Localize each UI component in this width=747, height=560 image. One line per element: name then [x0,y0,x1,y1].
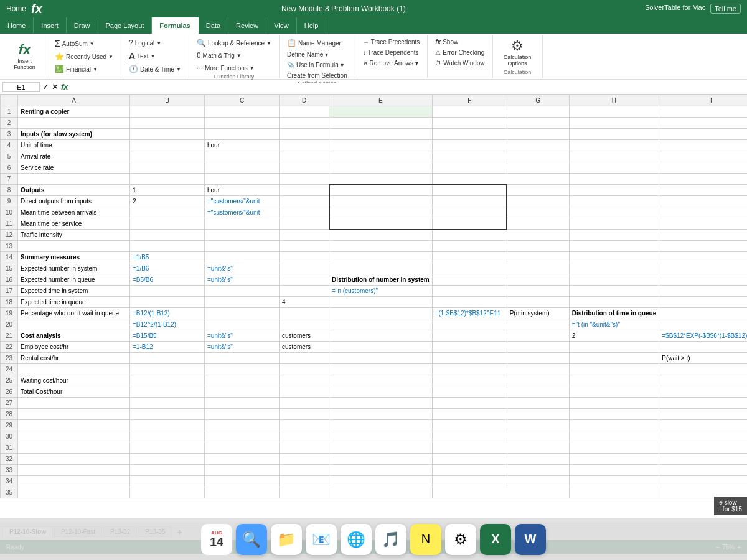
cell-f11[interactable] [432,218,507,230]
cell-i3[interactable] [659,129,747,140]
cell-i23[interactable]: P(wait > t) [659,353,747,364]
cell-a4[interactable]: Unit of time [18,140,130,151]
cell-c8[interactable]: hour [205,185,280,196]
col-header-i[interactable]: I [659,95,747,106]
cell-f9[interactable] [432,196,507,207]
financial-dropdown[interactable]: ▼ [93,67,98,72]
cell-e22[interactable] [329,342,433,353]
dock-finder[interactable]: 🔍 [236,524,267,555]
cell-h20[interactable]: ="t (in "&unit&"s)" [569,319,659,330]
dock-notes[interactable]: N [410,524,441,555]
cell-g8[interactable] [507,185,569,196]
cell-h25[interactable] [569,375,659,386]
cell-f21[interactable] [432,330,507,342]
tell-me[interactable]: Tell me [710,4,741,14]
cell-i7[interactable] [659,174,747,185]
cell-i5[interactable] [659,151,747,162]
cell-b13[interactable] [130,241,205,252]
cell-g6[interactable] [507,162,569,174]
cell-d1[interactable] [280,106,329,118]
cell-g16[interactable] [507,274,569,286]
col-header-f[interactable]: F [432,95,507,106]
cell-b19[interactable]: =B12/(1-B12) [130,308,205,319]
dock-browser[interactable]: 🌐 [341,524,372,555]
cell-d5[interactable] [280,151,329,162]
cell-h22[interactable] [569,342,659,353]
cell-a7[interactable] [18,174,130,185]
cell-a21[interactable]: Cost analysis [18,330,130,342]
cell-i13[interactable] [659,241,747,252]
cell-c21[interactable]: =unit&"s" [205,330,280,342]
col-header-e[interactable]: E [329,95,433,106]
cell-c22[interactable]: =unit&"s" [205,342,280,353]
cell-d16[interactable] [280,274,329,286]
cell-d15[interactable] [280,263,329,274]
logical-dropdown[interactable]: ▼ [156,40,161,46]
date-time-button[interactable]: 🕐 Date & Time ▼ [126,63,184,75]
cell-d20[interactable] [280,319,329,330]
cell-g11[interactable] [507,218,569,230]
dock-mail[interactable]: 📧 [306,524,337,555]
cell-g13[interactable] [507,241,569,252]
cell-c18[interactable] [205,297,280,308]
cell-c15[interactable]: =unit&"s" [205,263,280,274]
cell-c2[interactable] [205,118,280,129]
cell-reference-input[interactable] [2,82,40,92]
cell-d24[interactable] [280,364,329,375]
cell-d17[interactable] [280,286,329,297]
cell-e14[interactable] [329,252,433,263]
cell-h24[interactable] [569,364,659,375]
lookup-button[interactable]: 🔍 Lookup & Reference ▼ [194,37,274,49]
cell-e9[interactable] [329,196,433,207]
cell-f16[interactable] [432,274,507,286]
tab-formulas[interactable]: Formulas [152,17,199,34]
col-header-h[interactable]: H [569,95,659,106]
tab-data[interactable]: Data [199,17,228,34]
cell-h12[interactable] [569,230,659,241]
cell-h8[interactable] [569,185,659,196]
cell-f2[interactable] [432,118,507,129]
col-header-g[interactable]: G [507,95,569,106]
cell-g10[interactable] [507,207,569,218]
cell-g24[interactable] [507,364,569,375]
tab-insert[interactable]: Insert [34,17,67,34]
cell-g23[interactable] [507,353,569,364]
cell-d8[interactable] [280,185,329,196]
cell-h9[interactable] [569,196,659,207]
autosum-dropdown[interactable]: ▼ [90,41,95,47]
cell-b9[interactable]: 2 [130,196,205,207]
cell-d26[interactable] [280,386,329,398]
dock-files[interactable]: 📁 [271,524,302,555]
cell-e2[interactable] [329,118,433,129]
cell-i16[interactable] [659,274,747,286]
cell-f25[interactable] [432,375,507,386]
cell-g14[interactable] [507,252,569,263]
cell-h7[interactable] [569,174,659,185]
cell-f6[interactable] [432,162,507,174]
remove-arrows-button[interactable]: ✕ Remove Arrows ▾ [360,58,421,68]
cell-g19[interactable]: P(n in system) [507,308,569,319]
cell-g22[interactable] [507,342,569,353]
formula-input[interactable] [71,83,745,91]
cell-d2[interactable] [280,118,329,129]
cell-e7[interactable] [329,174,433,185]
cell-a8[interactable]: Outputs [18,185,130,196]
cell-d9[interactable] [280,196,329,207]
cell-a19[interactable]: Percentage who don't wait in queue [18,308,130,319]
cell-d25[interactable] [280,375,329,386]
cell-a16[interactable]: Expected number in queue [18,274,130,286]
cell-e19[interactable] [329,308,433,319]
insert-function-button[interactable]: fx Insert Function [7,41,42,72]
cell-f20[interactable] [432,319,507,330]
cell-a15[interactable]: Expected number in system [18,263,130,274]
cell-i25[interactable] [659,375,747,386]
cell-g21[interactable] [507,330,569,342]
cell-b7[interactable] [130,174,205,185]
cell-g12[interactable] [507,230,569,241]
cell-a22[interactable]: Employee cost/hr [18,342,130,353]
cell-g7[interactable] [507,174,569,185]
col-header-a[interactable]: A [18,95,130,106]
dock-word[interactable]: W [515,524,546,555]
cell-h13[interactable] [569,241,659,252]
cell-a2[interactable] [18,118,130,129]
